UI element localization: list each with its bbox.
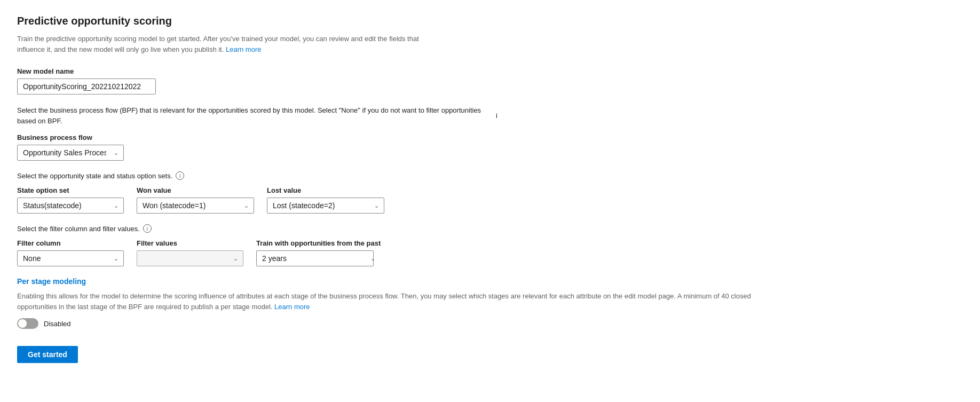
model-name-input[interactable]: [17, 78, 156, 94]
per-stage-description: Enabling this allows for the model to de…: [17, 291, 764, 312]
filter-column-select-wrapper: None ⌄: [17, 250, 124, 266]
lost-value-select[interactable]: Lost (statecode=2): [267, 198, 384, 214]
filter-values-group: Filter values ⌄: [137, 239, 243, 266]
won-value-select[interactable]: Won (statecode=1): [137, 198, 254, 214]
filter-values-label: Filter values: [137, 239, 243, 247]
won-value-group: Won value Won (statecode=1) ⌄: [137, 186, 254, 214]
state-section-label: Select the opportunity state and status …: [17, 171, 963, 180]
bpf-info-icon[interactable]: i: [496, 111, 497, 121]
per-stage-title: Per stage modeling: [17, 277, 963, 286]
train-opportunities-group: Train with opportunities from the past 2…: [256, 239, 381, 266]
filter-info-icon[interactable]: i: [143, 224, 152, 233]
lost-value-label: Lost value: [267, 186, 384, 194]
model-name-label: New model name: [17, 67, 963, 75]
bpf-select-wrapper: Opportunity Sales Process None ⌄: [17, 145, 124, 161]
filter-row: Filter column None ⌄ Filter values ⌄ Tra…: [17, 239, 963, 266]
train-select-wrapper: 2 years 1 year 3 years 4 years 5 years ⌄: [256, 250, 381, 266]
state-row: State option set Status(statecode) ⌄ Won…: [17, 186, 963, 214]
lost-select-wrapper: Lost (statecode=2) ⌄: [267, 198, 384, 214]
state-option-set-select[interactable]: Status(statecode): [17, 198, 124, 214]
bpf-label: Business process flow: [17, 133, 963, 141]
bpf-note: Select the business process flow (BPF) t…: [17, 105, 497, 126]
train-opportunities-select[interactable]: 2 years 1 year 3 years 4 years 5 years: [256, 250, 374, 266]
learn-more-link[interactable]: Learn more: [226, 45, 261, 53]
get-started-button[interactable]: Get started: [17, 346, 78, 363]
filter-column-select[interactable]: None: [17, 250, 124, 266]
state-info-icon[interactable]: i: [176, 171, 184, 180]
bpf-select[interactable]: Opportunity Sales Process None: [17, 145, 124, 161]
filter-column-group: Filter column None ⌄: [17, 239, 124, 266]
lost-value-group: Lost value Lost (statecode=2) ⌄: [267, 186, 384, 214]
filter-section-label: Select the filter column and filter valu…: [17, 224, 963, 233]
per-stage-learn-more-link[interactable]: Learn more: [274, 303, 310, 311]
filter-values-select[interactable]: [137, 250, 243, 266]
page-title: Predictive opportunity scoring: [17, 15, 963, 27]
model-name-group: New model name: [17, 67, 963, 94]
per-stage-toggle-slider: [17, 318, 38, 329]
bpf-field-group: Business process flow Opportunity Sales …: [17, 133, 963, 161]
won-value-label: Won value: [137, 186, 254, 194]
won-select-wrapper: Won (statecode=1) ⌄: [137, 198, 254, 214]
state-option-set-label: State option set: [17, 186, 124, 194]
train-opportunities-label: Train with opportunities from the past: [256, 239, 381, 247]
filter-column-label: Filter column: [17, 239, 124, 247]
per-stage-toggle[interactable]: [17, 318, 38, 329]
per-stage-toggle-label: Disabled: [44, 320, 71, 328]
state-option-set-group: State option set Status(statecode) ⌄: [17, 186, 124, 214]
filter-section: Select the filter column and filter valu…: [17, 224, 963, 266]
per-stage-section: Per stage modeling Enabling this allows …: [17, 277, 963, 329]
per-stage-toggle-row: Disabled: [17, 318, 963, 329]
filter-values-select-wrapper: ⌄: [137, 250, 243, 266]
page-description: Train the predictive opportunity scoring…: [17, 34, 423, 54]
state-select-wrapper: Status(statecode) ⌄: [17, 198, 124, 214]
